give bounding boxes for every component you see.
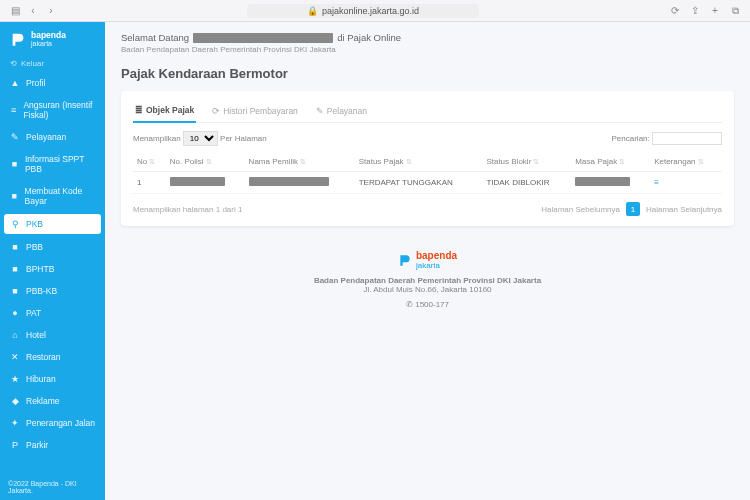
show-post: Per Halaman [220, 134, 267, 143]
menu-label: Hotel [26, 330, 46, 340]
sort-icon: ⇅ [300, 158, 306, 165]
menu-label: Penerangan Jalan [26, 418, 95, 428]
menu-label: Membuat Kode Bayar [25, 186, 95, 206]
sidebar-item-pelayanan[interactable]: ✎Pelayanan [0, 126, 105, 148]
sidebar-toggle-icon[interactable]: ▤ [8, 4, 22, 18]
prev-page[interactable]: Halaman Sebelumnya [541, 205, 620, 214]
brand-name: bapenda [31, 30, 66, 40]
col-status-blokir[interactable]: Status Blokir⇅ [482, 152, 571, 172]
tab-label: Pelayanan [327, 106, 367, 116]
new-tab-icon[interactable]: + [708, 4, 722, 18]
footer-logo: bapenda jakarta [121, 250, 734, 270]
url-text: pajakonline.jakarta.go.id [322, 6, 419, 16]
redacted-nopol [170, 177, 225, 186]
sort-icon: ⇅ [406, 158, 412, 165]
sidebar-item-angsuran-insentif-fiskal-[interactable]: ≡Angsuran (Insentif Fiskal) [0, 94, 105, 126]
welcome-sub: Badan Pendapatan Daerah Pemerintah Provi… [121, 45, 734, 54]
copyright: ©2022 Bapenda - DKI Jakarta. [0, 474, 105, 500]
refresh-icon[interactable]: ⟳ [668, 4, 682, 18]
footer-addr: Jl. Abdul Muis No.66, Jakarta 10160 [121, 285, 734, 294]
menu-icon: ≡ [10, 105, 17, 115]
tabs-icon[interactable]: ⧉ [728, 4, 742, 18]
page-footer: bapenda jakarta Badan Pendapatan Daerah … [121, 250, 734, 309]
menu-label: PAT [26, 308, 41, 318]
forward-icon[interactable]: › [44, 4, 58, 18]
cell-status-pajak: TERDAPAT TUNGGAKAN [355, 172, 483, 194]
menu-label: Reklame [26, 396, 60, 406]
logout-icon: ⟲ [10, 59, 17, 68]
menu-icon: ■ [10, 242, 20, 252]
col-no-polisi[interactable]: No. Polisi⇅ [166, 152, 245, 172]
tab-icon: ⟳ [212, 106, 220, 116]
welcome-post: di Pajak Online [337, 32, 401, 43]
sort-icon: ⇅ [149, 158, 155, 165]
col-nama-pemilik[interactable]: Nama Pemilik⇅ [245, 152, 355, 172]
page-number[interactable]: 1 [626, 202, 640, 216]
menu-label: PBB-KB [26, 286, 57, 296]
page-info: Menampilkan halaman 1 dari 1 [133, 205, 242, 214]
sort-icon: ⇅ [206, 158, 212, 165]
footer-org: Badan Pendapatan Daerah Pemerintah Provi… [121, 276, 734, 285]
search-input[interactable] [652, 132, 722, 145]
table-controls: Menampilkan 10 Per Halaman Pencarian: [133, 131, 722, 146]
menu-icon: ● [10, 308, 20, 318]
sidebar-item-pkb[interactable]: ⚲PKB [4, 214, 101, 234]
tab-label: Histori Pembayaran [223, 106, 298, 116]
page-size-select[interactable]: 10 [183, 131, 218, 146]
sidebar-item-hiburan[interactable]: ★Hiburan [0, 368, 105, 390]
redacted-username [193, 33, 333, 43]
sidebar-item-reklame[interactable]: ◆Reklame [0, 390, 105, 412]
menu-label: PBB [26, 242, 43, 252]
tab-histori-pembayaran[interactable]: ⟳Histori Pembayaran [210, 101, 300, 122]
menu-icon: ■ [10, 286, 20, 296]
menu-label: Restoran [26, 352, 61, 362]
menu-icon: ■ [10, 191, 19, 201]
col-no[interactable]: No⇅ [133, 152, 166, 172]
share-icon[interactable]: ⇪ [688, 4, 702, 18]
cell-ket: ≡ [650, 172, 722, 194]
menu-icon: ▲ [10, 78, 20, 88]
col-status-pajak[interactable]: Status Pajak⇅ [355, 152, 483, 172]
footer-brand2: jakarta [416, 261, 457, 270]
address-bar[interactable]: 🔒 pajakonline.jakarta.go.id [247, 4, 479, 18]
menu-icon: ■ [10, 264, 20, 274]
sidebar-item-bphtb[interactable]: ■BPHTB [0, 258, 105, 280]
menu-icon: P [10, 440, 20, 450]
col-masa-pajak[interactable]: Masa Pajak⇅ [571, 152, 650, 172]
sidebar-item-pbb-kb[interactable]: ■PBB-KB [0, 280, 105, 302]
cell-nopol [166, 172, 245, 194]
sidebar-item-hotel[interactable]: ⌂Hotel [0, 324, 105, 346]
tab-pelayanan[interactable]: ✎Pelayanan [314, 101, 369, 122]
sidebar-item-profil[interactable]: ▲Profil [0, 72, 105, 94]
sidebar-item-membuat-kode-bayar[interactable]: ■Membuat Kode Bayar [0, 180, 105, 212]
back-icon[interactable]: ‹ [26, 4, 40, 18]
logout-link[interactable]: ⟲ Keluar [0, 55, 105, 72]
content-card: ≣Objek Pajak⟳Histori Pembayaran✎Pelayana… [121, 91, 734, 226]
table-row: 1 TERDAPAT TUNGGAKAN TIDAK DIBLOKIR ≡ [133, 172, 722, 194]
tab-objek-pajak[interactable]: ≣Objek Pajak [133, 101, 196, 123]
menu-label: Hiburan [26, 374, 56, 384]
sidebar-item-informasi-sppt-pbb[interactable]: ■Informasi SPPT PBB [0, 148, 105, 180]
menu-label: Informasi SPPT PBB [25, 154, 95, 174]
footer-brand1: bapenda [416, 250, 457, 261]
sidebar-item-penerangan-jalan[interactable]: ✦Penerangan Jalan [0, 412, 105, 434]
menu-icon: ⌂ [10, 330, 20, 340]
sidebar-item-pat[interactable]: ●PAT [0, 302, 105, 324]
next-page[interactable]: Halaman Selanjutnya [646, 205, 722, 214]
footer-phone: 1500-177 [415, 300, 449, 309]
menu-label: PKB [26, 219, 43, 229]
col-keterangan[interactable]: Keterangan⇅ [650, 152, 722, 172]
tab-icon: ≣ [135, 105, 143, 115]
search-label: Pencarian: [612, 134, 650, 143]
main-content: Selamat Datang di Pajak Online Badan Pen… [105, 22, 750, 500]
cell-status-blokir: TIDAK DIBLOKIR [482, 172, 571, 194]
sidebar-item-parkir[interactable]: PParkir [0, 434, 105, 456]
tab-bar: ≣Objek Pajak⟳Histori Pembayaran✎Pelayana… [133, 101, 722, 123]
sidebar-item-pbb[interactable]: ■PBB [0, 236, 105, 258]
sidebar-menu: ▲Profil≡Angsuran (Insentif Fiskal)✎Pelay… [0, 72, 105, 474]
data-table: No⇅No. Polisi⇅Nama Pemilik⇅Status Pajak⇅… [133, 152, 722, 194]
sidebar-item-restoran[interactable]: ✕Restoran [0, 346, 105, 368]
row-action-icon[interactable]: ≡ [654, 178, 659, 187]
sort-icon: ⇅ [698, 158, 704, 165]
menu-icon: ■ [10, 159, 19, 169]
